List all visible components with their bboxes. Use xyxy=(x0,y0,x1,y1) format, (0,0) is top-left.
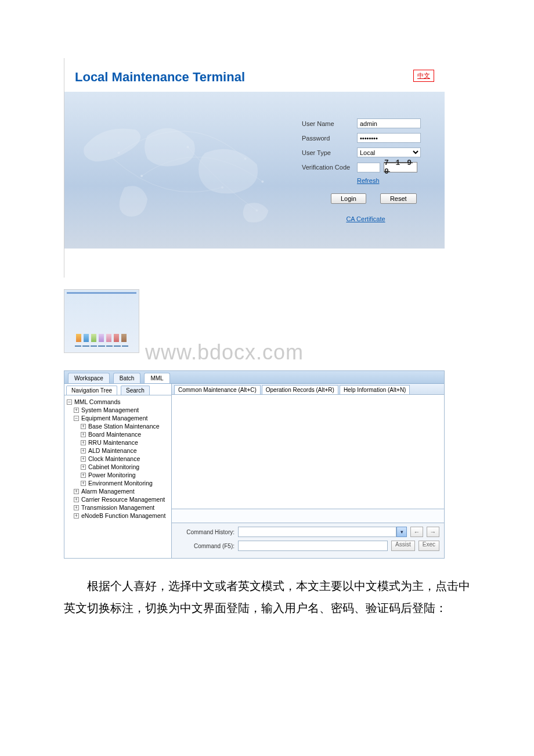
tree-expand-icon[interactable]: + xyxy=(81,465,86,470)
tree-expand-icon[interactable]: + xyxy=(81,440,86,445)
command-input[interactable] xyxy=(238,541,388,551)
vcode-input[interactable] xyxy=(357,163,380,172)
main-tab-operation-records[interactable]: Operation Records (Alt+R) xyxy=(262,385,338,394)
tree-item[interactable]: +Power Monitoring xyxy=(67,471,169,479)
tree-item-label: Power Monitoring xyxy=(88,471,136,479)
login-title: Local Maintenance Terminal xyxy=(75,70,245,85)
tree-expand-icon[interactable]: + xyxy=(74,497,79,502)
tree-item[interactable]: +Board Maintenance xyxy=(67,430,169,438)
tree-root[interactable]: − MML Commands xyxy=(67,398,169,406)
command-label: Command (F5): xyxy=(176,543,234,549)
tree-expand-icon[interactable]: + xyxy=(81,424,86,429)
tree-item-label: eNodeB Function Management xyxy=(81,512,165,520)
tree-item-label: Board Maintenance xyxy=(88,430,141,438)
tree-item-label: System Management xyxy=(81,406,139,414)
tree-expand-icon[interactable]: + xyxy=(81,456,86,462)
tree-item[interactable]: +Clock Maintenance xyxy=(67,455,169,463)
tree-item[interactable]: +eNodeB Function Management xyxy=(67,512,169,520)
tree-expand-icon[interactable]: + xyxy=(74,513,79,519)
tree-item-label: ALD Maintenance xyxy=(88,447,136,455)
tree-item[interactable]: −Equipment Management xyxy=(67,414,169,422)
login-button[interactable]: Login xyxy=(331,193,366,204)
tree-item[interactable]: +Carrier Resource Management xyxy=(67,495,169,503)
world-map-icon xyxy=(74,101,302,239)
workbench-tabs: Workspace Batch MML xyxy=(64,371,444,384)
tree-item-label: Alarm Management xyxy=(81,487,135,495)
main-panel: Common Maintenance (Alt+C) Operation Rec… xyxy=(172,384,444,558)
tree-item-label: Cabinet Monitoring xyxy=(88,463,139,471)
param-area xyxy=(172,509,444,523)
command-history-input[interactable] xyxy=(238,527,396,537)
thumbnail-image xyxy=(64,289,139,353)
username-input[interactable] xyxy=(357,118,421,128)
tree-item-label: Environment Monitoring xyxy=(88,479,153,487)
svg-point-4 xyxy=(221,186,223,189)
reset-button[interactable]: Reset xyxy=(380,193,417,204)
usertype-select[interactable]: Local xyxy=(357,147,421,157)
password-label: Password xyxy=(302,135,357,142)
svg-point-1 xyxy=(244,157,247,160)
main-tab-common-maintenance[interactable]: Common Maintenance (Alt+C) xyxy=(174,385,261,394)
command-area: Command History: ▾ ← → Command (F5): xyxy=(172,523,444,558)
tree-item[interactable]: +Environment Monitoring xyxy=(67,479,169,487)
tab-workspace[interactable]: Workspace xyxy=(68,373,110,383)
login-window: Local Maintenance Terminal 中文 xyxy=(64,58,445,278)
workbench-window: Workspace Batch MML Navigation Tree Sear… xyxy=(64,370,445,559)
assist-button[interactable]: Assist xyxy=(391,541,415,551)
svg-point-3 xyxy=(261,181,264,183)
vcode-image: 7 1 9 0 xyxy=(384,162,417,172)
sidebar-tab-navigation-tree[interactable]: Navigation Tree xyxy=(66,386,117,395)
sidebar: Navigation Tree Search − MML Commands +S… xyxy=(64,384,172,558)
username-label: User Name xyxy=(302,120,357,127)
tree-expand-icon[interactable]: + xyxy=(81,432,86,437)
tree-expand-icon[interactable]: + xyxy=(74,505,79,510)
tree-expand-icon[interactable]: + xyxy=(74,408,79,413)
tree-expand-icon[interactable]: + xyxy=(74,489,79,494)
exec-button[interactable]: Exec xyxy=(418,541,439,551)
history-dropdown-button[interactable]: ▾ xyxy=(396,527,407,537)
watermark-text: www.bdocx.com xyxy=(145,340,470,365)
tree-root-label: MML Commands xyxy=(74,398,121,406)
vcode-label: Verification Code xyxy=(302,164,357,171)
svg-point-0 xyxy=(118,152,120,154)
tree-item-label: Base Station Maintenance xyxy=(88,422,160,430)
tree-item[interactable]: +RRU Maintenance xyxy=(67,438,169,447)
login-form: User Name Password User Type Local Verif… xyxy=(302,101,435,239)
login-header: Local Maintenance Terminal 中文 xyxy=(64,58,445,92)
tree-item[interactable]: +ALD Maintenance xyxy=(67,447,169,455)
tree-item-label: Transmission Management xyxy=(81,503,154,512)
tree-expand-icon[interactable]: + xyxy=(81,481,86,486)
language-switch-link[interactable]: 中文 xyxy=(413,70,434,82)
tree-item[interactable]: +Transmission Management xyxy=(67,503,169,512)
svg-point-5 xyxy=(187,146,189,148)
login-footer xyxy=(64,249,445,278)
tree-item-label: RRU Maintenance xyxy=(88,438,138,447)
tree-item[interactable]: +System Management xyxy=(67,406,169,414)
output-area xyxy=(172,395,444,509)
login-body: User Name Password User Type Local Verif… xyxy=(64,92,445,249)
usertype-label: User Type xyxy=(302,149,357,156)
tree-collapse-icon[interactable]: − xyxy=(67,399,72,405)
command-history-label: Command History: xyxy=(176,529,234,535)
tree-item[interactable]: +Alarm Management xyxy=(67,487,169,495)
tree-expand-icon[interactable]: + xyxy=(81,473,86,478)
tree-item[interactable]: +Cabinet Monitoring xyxy=(67,463,169,471)
tree-item-label: Equipment Management xyxy=(81,414,147,422)
navigation-tree: − MML Commands +System Management−Equipm… xyxy=(64,395,171,558)
refresh-link[interactable]: Refresh xyxy=(357,177,380,184)
svg-point-2 xyxy=(140,175,143,177)
tab-mml[interactable]: MML xyxy=(144,373,169,383)
tab-batch[interactable]: Batch xyxy=(113,373,141,383)
tree-expand-icon[interactable]: − xyxy=(74,416,79,421)
sidebar-tab-search[interactable]: Search xyxy=(121,386,150,395)
history-next-button[interactable]: → xyxy=(427,527,439,537)
tree-item[interactable]: +Base Station Maintenance xyxy=(67,422,169,430)
tree-item-label: Clock Maintenance xyxy=(88,455,140,463)
tree-expand-icon[interactable]: + xyxy=(81,448,86,453)
body-paragraph: 根据个人喜好，选择中文或者英文模式，本文主要以中文模式为主，点击中英文切换标注，… xyxy=(64,575,470,619)
svg-point-6 xyxy=(256,209,258,211)
ca-certificate-link[interactable]: CA Certificate xyxy=(346,215,385,222)
password-input[interactable] xyxy=(357,133,421,143)
main-tab-help-information[interactable]: Help Information (Alt+N) xyxy=(340,385,410,394)
history-prev-button[interactable]: ← xyxy=(410,527,423,537)
